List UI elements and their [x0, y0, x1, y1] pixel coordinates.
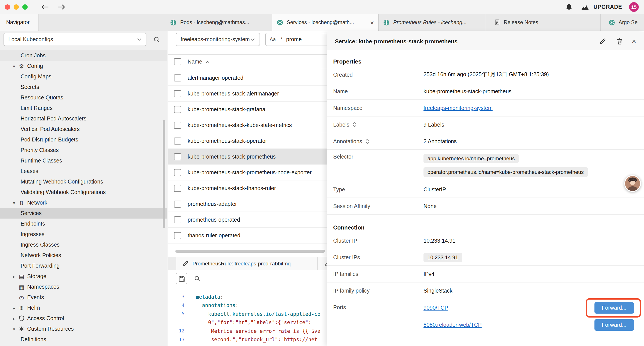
notification-count-badge[interactable]: 15	[629, 2, 639, 12]
sidebar-item-endpoints[interactable]: Endpoints	[0, 219, 167, 229]
tab-argo-se[interactable]: Argo Se	[604, 14, 644, 31]
tab-label: Services - icecheng@math...	[287, 19, 365, 25]
sidebar-item-access-control[interactable]: ▸Access Control	[0, 313, 167, 324]
row-checkbox[interactable]	[174, 106, 181, 113]
chevron-down-icon[interactable]: ▾	[10, 64, 18, 68]
code-text: 0","for":"hr","labels":{"service":	[189, 320, 311, 326]
save-button[interactable]	[176, 273, 187, 284]
sidebar-search-icon[interactable]	[152, 34, 161, 44]
sidebar-item-namespaces[interactable]: ▦Namespaces	[0, 282, 167, 292]
sort-icon[interactable]	[365, 138, 370, 144]
upgrade-button[interactable]: UPGRADE	[581, 2, 622, 12]
sidebar-item-network-policies[interactable]: Network Policies	[0, 250, 167, 261]
regex-toggle[interactable]: .*	[279, 37, 282, 42]
drawer-row-value: freeleaps-monitoring-system	[424, 105, 492, 111]
sort-ascending-icon[interactable]	[206, 60, 210, 63]
sidebar-item-ingresses[interactable]: Ingresses	[0, 229, 167, 240]
close-tab-icon[interactable]: ×	[370, 19, 374, 26]
sidebar-item-config[interactable]: ▾⚙Config	[0, 61, 167, 71]
row-checkbox[interactable]	[174, 90, 181, 97]
drawer-row-value: app.kubernetes.io/name=prometheusoperato…	[424, 154, 588, 177]
user-avatar[interactable]	[624, 175, 641, 192]
drawer-row-selector: Selectorapp.kubernetes.io/name=prometheu…	[327, 150, 644, 181]
sidebar-item-validating-webhook-configurations[interactable]: Validating Webhook Configurations	[0, 187, 167, 198]
row-checkbox[interactable]	[174, 185, 181, 192]
sidebar-item-limit-ranges[interactable]: Limit Ranges	[0, 103, 167, 113]
edit-button[interactable]	[598, 36, 607, 46]
chevron-right-icon[interactable]: ▸	[10, 274, 18, 279]
row-checkbox[interactable]	[174, 74, 181, 81]
window-minimize-button[interactable]	[14, 4, 19, 10]
back-arrow-icon[interactable]	[40, 2, 50, 12]
sidebar-item-helm[interactable]: ▸☸Helm	[0, 303, 167, 313]
navigator-tab[interactable]: Navigator	[0, 14, 38, 31]
namespace-selector[interactable]: freeleaps-monitoring-system	[176, 33, 260, 46]
row-checkbox[interactable]	[174, 137, 181, 144]
forward-button[interactable]: Forward...	[594, 319, 634, 331]
kubernetes-icon	[277, 19, 283, 26]
sidebar-item-custom-resources[interactable]: ▾Custom Resources	[0, 324, 167, 334]
chevron-right-icon[interactable]: ▸	[10, 306, 18, 310]
sort-icon[interactable]	[352, 122, 357, 127]
sidebar-item-resource-quotas[interactable]: Resource Quotas	[0, 92, 167, 103]
sidebar-item-label: Config	[27, 63, 43, 69]
notifications-bell-icon[interactable]	[564, 2, 574, 12]
window-maximize-button[interactable]	[22, 4, 28, 10]
sidebar-item-services[interactable]: Services	[0, 208, 167, 219]
sidebar-item-label: Definitions	[20, 336, 46, 343]
sidebar-item-horizontal-pod-autoscalers[interactable]: Horizontal Pod Autoscalers	[0, 113, 167, 124]
sidebar-item-mutating-webhook-configurations[interactable]: Mutating Webhook Configurations	[0, 177, 167, 187]
port-link[interactable]: 8080:reloader-web/TCP	[424, 322, 482, 328]
chevron-down-icon[interactable]: ▾	[10, 200, 18, 205]
window-close-button[interactable]	[5, 4, 10, 10]
select-all-checkbox[interactable]	[174, 58, 181, 65]
tab-release-notes[interactable]: Release Notes	[490, 14, 600, 31]
port-link[interactable]: 9090/TCP	[424, 305, 448, 311]
close-button[interactable]: ×	[632, 37, 636, 45]
row-checkbox[interactable]	[174, 122, 181, 129]
sidebar-item-runtime-classes[interactable]: Runtime Classes	[0, 155, 167, 166]
sidebar-item-port-forwarding[interactable]: Port Forwarding	[0, 261, 167, 271]
sidebar-item-network[interactable]: ▾⇅Network	[0, 198, 167, 208]
forward-button[interactable]: Forward...	[594, 302, 634, 313]
sidebar-item-label: Limit Ranges	[20, 105, 52, 111]
sidebar-scrollbar[interactable]	[163, 120, 165, 228]
sidebar-item-cron-jobs[interactable]: Cron Jobs	[0, 50, 167, 61]
sidebar-item-pod-disruption-budgets[interactable]: Pod Disruption Budgets	[0, 134, 167, 145]
code-text: error rate in freeleaps metrics ser	[189, 345, 318, 346]
sidebar-item-priority-classes[interactable]: Priority Classes	[0, 145, 167, 155]
namespace-link[interactable]: freeleaps-monitoring-system	[424, 105, 492, 111]
service-name: kube-prometheus-stack-grafana	[188, 106, 265, 112]
dock-tab-prometheusrule[interactable]: PrometheusRule: freeleaps-prod-rabbitmq	[176, 257, 318, 270]
horizontal-scrollbar[interactable]	[175, 250, 325, 253]
sidebar-item-config-maps[interactable]: Config Maps	[0, 71, 167, 82]
match-case-toggle[interactable]: Aa	[270, 37, 276, 42]
sidebar-item-leases[interactable]: Leases	[0, 166, 167, 177]
tab-services-icecheng-math[interactable]: Services - icecheng@math...×	[272, 14, 379, 31]
row-checkbox[interactable]	[174, 216, 181, 223]
name-column-header[interactable]: Name	[188, 59, 202, 65]
chevron-down-icon[interactable]: ▾	[10, 327, 18, 331]
kubeconfig-selector[interactable]: Local Kubeconfigs	[4, 33, 146, 46]
row-checkbox[interactable]	[174, 169, 181, 176]
sidebar-item-ingress-classes[interactable]: Ingress Classes	[0, 240, 167, 250]
sidebar-item-vertical-pod-autoscalers[interactable]: Vertical Pod Autoscalers	[0, 124, 167, 134]
delete-button[interactable]	[615, 36, 624, 46]
drawer-label-text: Name	[333, 88, 348, 94]
sidebar-item-events[interactable]: ◷Events	[0, 292, 167, 303]
forward-arrow-icon[interactable]	[56, 2, 66, 12]
row-checkbox[interactable]	[174, 153, 181, 160]
row-checkbox[interactable]	[174, 200, 181, 207]
sidebar-item-secrets[interactable]: Secrets	[0, 82, 167, 92]
sidebar-item-definitions[interactable]: Definitions	[0, 334, 167, 345]
tab-pods-icecheng-mathmas[interactable]: Pods - icecheng@mathmas...	[166, 14, 272, 31]
drawer-row-name: Namekube-prometheus-stack-prometheus	[327, 83, 644, 100]
drawer-row-label: IP families	[333, 271, 424, 277]
gear-icon: ⚙	[18, 63, 26, 69]
tab-prometheus-rules-icecheng[interactable]: Prometheus Rules - icecheng...	[379, 14, 485, 31]
chevron-right-icon[interactable]: ▸	[10, 316, 18, 321]
sidebar-item-label: Endpoints	[20, 221, 45, 227]
editor-search-icon[interactable]	[192, 274, 202, 283]
sidebar-item-storage[interactable]: ▸▤Storage	[0, 271, 167, 282]
row-checkbox[interactable]	[174, 232, 181, 239]
